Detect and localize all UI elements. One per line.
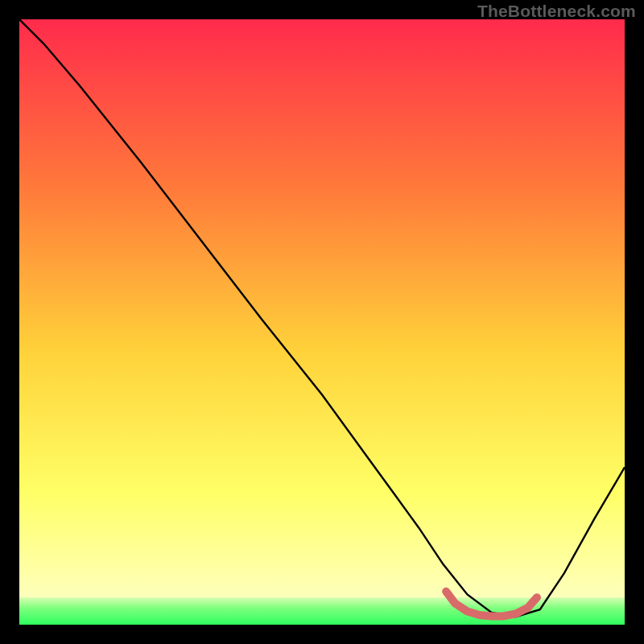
gradient-background [19, 19, 625, 625]
chart-container: TheBottleneck.com [0, 0, 644, 644]
attribution-label: TheBottleneck.com [477, 2, 636, 21]
bottleneck-chart [19, 19, 625, 625]
